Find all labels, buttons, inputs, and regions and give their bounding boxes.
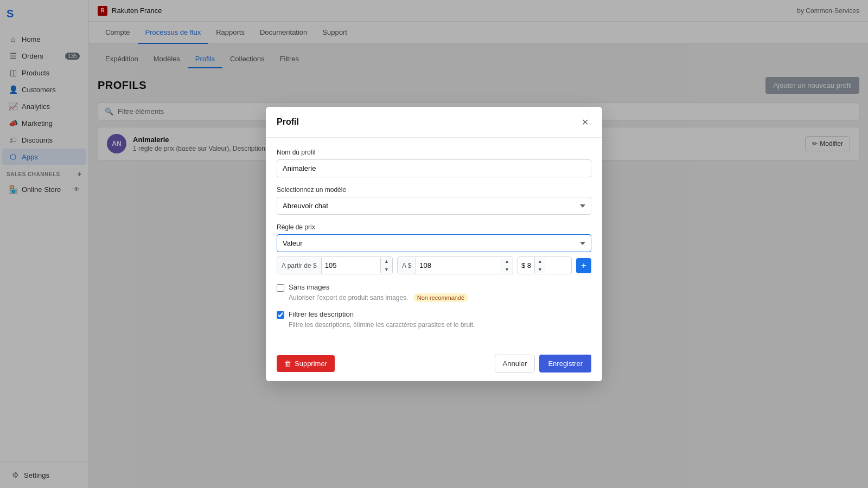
modal-dialog: Profil ✕ Nom du profil Selectionnez un m… [266,107,602,381]
nom-input[interactable] [277,159,591,177]
filtrer-description-checkbox[interactable] [277,311,284,319]
nom-label: Nom du profil [277,149,591,156]
price-amount-prefix: $ 8 [518,257,534,274]
filtrer-description-item: Filtrer les description [277,310,591,319]
non-recommande-badge: Non recommandé [413,293,468,302]
price-from-label: A partir de $ [277,258,322,274]
price-from-group: A partir de $ ▲ ▼ [277,256,393,274]
price-to-up[interactable]: ▲ [501,258,513,266]
sans-images-label[interactable]: Sans images [289,283,329,291]
sans-images-checkbox[interactable] [277,284,284,292]
modal-title: Profil [277,117,299,127]
modal-body: Nom du profil Selectionnez un modèle Abr… [266,138,602,348]
modal-close-button[interactable]: ✕ [578,115,591,129]
cancel-button[interactable]: Annuler [495,355,535,373]
price-from-spin: ▲ ▼ [380,258,392,274]
price-from-up[interactable]: ▲ [381,258,392,266]
filtrer-description-group: Filtrer les description Filtre les descr… [277,310,591,329]
modele-field-group: Selectionnez un modèle Abreuvoir chat Mo… [277,186,591,215]
footer-actions: Annuler Enregistrer [495,355,591,373]
price-amount-spin: ▲ ▼ [534,258,545,274]
sans-images-desc: Autoriser l'export de produit sans image… [289,294,591,301]
price-to-group: A $ ▲ ▼ [397,256,513,274]
price-amount-group: $ 8 ▲ ▼ [518,256,572,274]
price-from-down[interactable]: ▼ [381,266,392,274]
price-amount-up[interactable]: ▲ [535,258,545,266]
modele-select[interactable]: Abreuvoir chat Modèle 2 [277,197,591,215]
price-amount-down[interactable]: ▼ [535,266,545,274]
modele-label: Selectionnez un modèle [277,186,591,194]
save-button[interactable]: Enregistrer [539,355,591,373]
price-to-label: A $ [398,258,416,274]
modal-header: Profil ✕ [266,107,602,138]
trash-icon: 🗑 [284,359,291,368]
nom-field-group: Nom du profil [277,149,591,177]
regle-field-group: Règle de prix Valeur Pourcentage A parti… [277,223,591,274]
price-rule-row: A partir de $ ▲ ▼ A $ ▲ ▼ [277,256,591,274]
filtrer-description-desc: Filtre les descriptions, élimine les car… [289,321,591,329]
sans-images-group: Sans images Autoriser l'export de produi… [277,283,591,301]
price-from-input[interactable] [322,257,380,274]
modal-footer: 🗑 Supprimer Annuler Enregistrer [266,348,602,381]
modal-overlay[interactable]: Profil ✕ Nom du profil Selectionnez un m… [0,0,868,488]
price-to-spin: ▲ ▼ [501,258,513,274]
sans-images-item: Sans images [277,283,591,292]
filtrer-description-label[interactable]: Filtrer les description [289,310,354,318]
price-to-down[interactable]: ▼ [501,266,513,274]
delete-button[interactable]: 🗑 Supprimer [277,355,335,372]
regle-label: Règle de prix [277,223,591,231]
regle-select[interactable]: Valeur Pourcentage [277,234,591,252]
add-rule-button[interactable]: + [576,258,591,273]
price-to-input[interactable] [416,257,501,274]
